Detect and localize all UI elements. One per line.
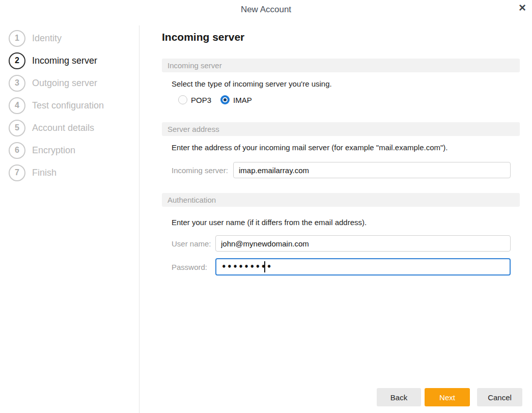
section-header-incoming-server: Incoming server bbox=[162, 59, 520, 72]
step-label: Finish bbox=[32, 168, 57, 178]
close-icon[interactable]: × bbox=[519, 1, 526, 14]
radio-pop3-icon[interactable] bbox=[178, 95, 187, 104]
step-label: Account details bbox=[32, 123, 94, 133]
cancel-button[interactable]: Cancel bbox=[477, 388, 522, 406]
server-type-description: Select the type of incoming server you'r… bbox=[172, 79, 332, 88]
step-label: Test configuration bbox=[32, 100, 104, 111]
wizard-steps: 1 Identity 2 Incoming server 3 Outgoing … bbox=[9, 27, 136, 184]
step-number-badge: 4 bbox=[9, 97, 25, 114]
text-caret bbox=[264, 261, 265, 272]
section-header-server-address: Server address bbox=[162, 122, 520, 136]
incoming-server-input[interactable] bbox=[233, 162, 511, 178]
step-number-badge: 1 bbox=[9, 30, 25, 47]
radio-option-imap[interactable]: IMAP bbox=[220, 95, 252, 104]
step-item-finish[interactable]: 7 Finish bbox=[9, 161, 136, 184]
step-item-incoming-server[interactable]: 2 Incoming server bbox=[9, 49, 136, 72]
radio-option-pop3[interactable]: POP3 bbox=[178, 95, 211, 104]
step-item-identity[interactable]: 1 Identity bbox=[9, 27, 136, 49]
step-number-badge: 3 bbox=[9, 75, 25, 92]
next-button[interactable]: Next bbox=[425, 388, 470, 406]
radio-pop3-label: POP3 bbox=[191, 96, 211, 104]
username-label: User name: bbox=[172, 239, 211, 248]
step-label: Encryption bbox=[32, 145, 75, 156]
section-header-authentication: Authentication bbox=[162, 193, 520, 207]
page-title: Incoming server bbox=[162, 31, 244, 43]
step-number-badge: 5 bbox=[9, 120, 25, 136]
step-item-encryption[interactable]: 6 Encryption bbox=[9, 139, 136, 161]
step-item-outgoing-server[interactable]: 3 Outgoing server bbox=[9, 72, 136, 94]
incoming-server-label: Incoming server: bbox=[172, 166, 228, 175]
radio-imap-label: IMAP bbox=[233, 96, 252, 104]
wizard-title: New Account bbox=[0, 5, 532, 15]
step-number-badge: 7 bbox=[9, 164, 25, 181]
authentication-description: Enter your user name (if it differs from… bbox=[172, 218, 367, 227]
back-button[interactable]: Back bbox=[377, 388, 421, 406]
step-number-badge: 2 bbox=[9, 52, 25, 69]
server-address-description: Enter the address of your incoming mail … bbox=[172, 143, 448, 152]
step-item-account-details[interactable]: 5 Account details bbox=[9, 117, 136, 139]
step-label: Identity bbox=[32, 33, 62, 44]
step-label: Outgoing server bbox=[32, 78, 97, 89]
username-input[interactable] bbox=[215, 235, 511, 252]
sidebar-divider bbox=[139, 25, 139, 413]
password-input[interactable] bbox=[215, 258, 511, 276]
password-label: Password: bbox=[172, 263, 207, 271]
radio-imap-icon[interactable] bbox=[220, 95, 230, 104]
step-number-badge: 6 bbox=[9, 142, 25, 159]
step-item-test-configuration[interactable]: 4 Test configuration bbox=[9, 94, 136, 117]
server-type-radio-group: POP3 IMAP bbox=[178, 95, 252, 104]
step-label: Incoming server bbox=[32, 56, 97, 66]
